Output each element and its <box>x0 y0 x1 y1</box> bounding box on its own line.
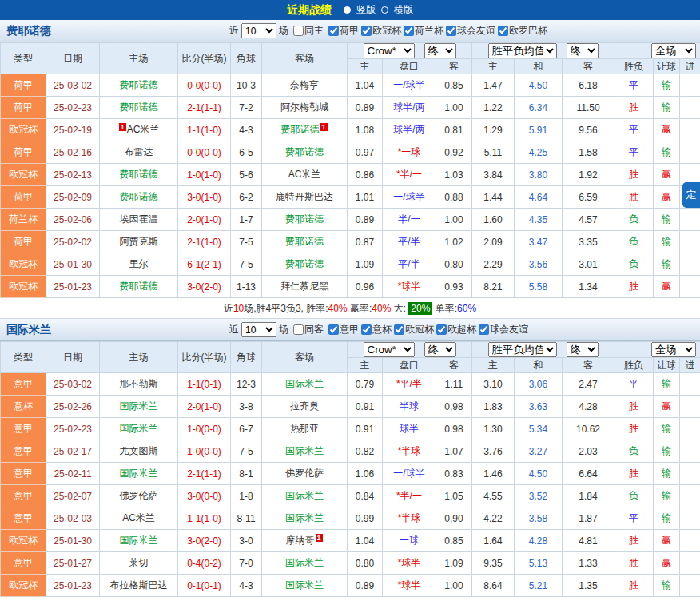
league-filter[interactable]: 欧超杯 <box>436 323 476 336</box>
recent-count-select[interactable]: 10 <box>241 23 276 38</box>
league-filter[interactable]: 意杯 <box>361 323 392 336</box>
score-cell[interactable]: 3-0(2-0) <box>178 276 231 298</box>
away-team-name[interactable]: 阿尔梅勒城 <box>280 101 328 113</box>
away-team-name[interactable]: 热那亚 <box>290 423 319 434</box>
home-team-name[interactable]: 国际米兰 <box>120 535 158 546</box>
away-team-name[interactable]: 国际米兰 <box>285 490 324 501</box>
away-team-name[interactable]: 国际米兰 <box>285 557 324 568</box>
score-cell[interactable]: 0-1(0-1) <box>178 575 231 597</box>
score-cell[interactable]: 1-1(1-0) <box>178 507 231 530</box>
league-checkbox[interactable] <box>498 26 508 36</box>
away-team-name[interactable]: 国际米兰 <box>285 512 324 523</box>
score-cell[interactable]: 1-1(0-1) <box>178 373 231 396</box>
away-team-name[interactable]: 鹿特丹斯巴达 <box>276 191 333 202</box>
league-checkbox[interactable] <box>328 26 339 36</box>
league-checkbox[interactable] <box>394 324 404 335</box>
score-cell[interactable]: 1-0(0-0) <box>178 440 231 463</box>
home-team-name[interactable]: AC米兰 <box>127 124 160 135</box>
score-cell[interactable]: 2-1(1-1) <box>178 97 231 119</box>
home-team-name[interactable]: 费耶诺德 <box>120 101 158 113</box>
handicap-final-select[interactable]: 终 <box>424 342 456 357</box>
home-team-name[interactable]: 尤文图斯 <box>120 445 158 456</box>
home-team-name[interactable]: 费耶诺德 <box>120 281 158 292</box>
away-team-name[interactable]: 拜仁慕尼黑 <box>280 281 328 292</box>
score-cell[interactable]: 1-1(1-0) <box>178 119 231 141</box>
away-team-name[interactable]: 费耶诺德 <box>281 124 320 135</box>
layout-vertical-radio[interactable] <box>344 6 351 14</box>
wdl-final-select[interactable]: 终 <box>567 342 599 357</box>
away-team-name[interactable]: 费耶诺德 <box>285 213 324 225</box>
wdl-average-select[interactable]: 胜平负均值 <box>488 342 557 357</box>
recent-count-select[interactable]: 10 <box>241 322 276 337</box>
away-team-name[interactable]: 费耶诺德 <box>285 146 324 157</box>
home-team-name[interactable]: 费耶诺德 <box>120 79 158 90</box>
layout-horizontal-radio[interactable] <box>381 6 388 14</box>
odds-company-select[interactable]: Crow* <box>364 43 415 58</box>
pin-side-tab[interactable]: 定 <box>682 182 700 208</box>
away-team-name[interactable]: 国际米兰 <box>285 579 324 591</box>
league-checkbox[interactable] <box>361 324 372 335</box>
home-team-name[interactable]: 国际米兰 <box>120 468 158 479</box>
wdl-average-select[interactable]: 胜平负均值 <box>488 43 557 58</box>
score-cell[interactable]: 0-0(0-0) <box>178 141 231 164</box>
league-checkbox[interactable] <box>479 324 489 335</box>
league-filter[interactable]: 荷兰杯 <box>404 24 443 38</box>
score-cell[interactable]: 0-4(0-2) <box>178 552 231 575</box>
away-team-name[interactable]: 费耶诺德 <box>285 258 324 269</box>
layout-horizontal-label[interactable]: 横版 <box>394 3 413 17</box>
league-filter[interactable]: 球会友谊 <box>446 24 495 38</box>
same-venue-filter[interactable]: 同主 <box>293 24 324 38</box>
full-match-select[interactable]: 全场 <box>651 43 696 58</box>
league-filter[interactable]: 荷甲 <box>328 24 359 38</box>
away-team-name[interactable]: 摩纳哥 <box>286 535 315 546</box>
score-cell[interactable]: 2-0(1-0) <box>178 209 231 231</box>
odds-company-select[interactable]: Crow* <box>364 342 415 357</box>
wdl-final-select[interactable]: 终 <box>567 43 599 58</box>
home-team-name[interactable]: 那不勒斯 <box>120 378 158 389</box>
home-team-name[interactable]: 费耶诺德 <box>120 191 158 202</box>
score-cell[interactable]: 3-0(1-0) <box>178 186 231 209</box>
league-checkbox[interactable] <box>446 26 456 36</box>
home-team-name[interactable]: AC米兰 <box>122 512 155 523</box>
score-cell[interactable]: 0-0(0-0) <box>178 74 231 97</box>
home-team-name[interactable]: 国际米兰 <box>120 423 158 434</box>
league-checkbox[interactable] <box>328 324 339 335</box>
score-cell[interactable]: 1-0(0-0) <box>178 418 231 440</box>
away-team-name[interactable]: 奈梅亨 <box>290 79 319 90</box>
league-filter[interactable]: 欧冠杯 <box>361 24 401 38</box>
away-team-name[interactable]: 国际米兰 <box>285 378 324 389</box>
home-team-name[interactable]: 国际米兰 <box>120 400 158 412</box>
league-filter[interactable]: 球会友谊 <box>479 323 528 336</box>
home-team-name[interactable]: 莱切 <box>129 557 149 568</box>
home-team-name[interactable]: 里尔 <box>129 258 149 269</box>
league-filter[interactable]: 欧冠杯 <box>394 323 434 336</box>
same-venue-filter[interactable]: 同客 <box>293 323 324 336</box>
score-cell[interactable]: 3-0(0-0) <box>178 485 231 507</box>
home-team-name[interactable]: 费耶诺德 <box>120 169 158 180</box>
home-team-name[interactable]: 阿贾克斯 <box>120 236 158 247</box>
league-checkbox[interactable] <box>436 324 447 335</box>
score-cell[interactable]: 3-0(2-0) <box>178 530 231 552</box>
away-team-name[interactable]: 国际米兰 <box>285 445 324 456</box>
league-checkbox[interactable] <box>361 26 372 36</box>
score-cell[interactable]: 2-0(1-0) <box>178 396 231 418</box>
score-cell[interactable]: 2-1(1-0) <box>178 231 231 253</box>
away-team-name[interactable]: 费耶诺德 <box>285 236 324 247</box>
same-venue-checkbox[interactable] <box>293 26 304 36</box>
home-team-name[interactable]: 佛罗伦萨 <box>120 490 158 501</box>
home-team-name[interactable]: 布拉格斯巴达 <box>110 579 168 591</box>
home-team-name[interactable]: 布雷达 <box>125 146 153 157</box>
handicap-final-select[interactable]: 终 <box>424 43 456 58</box>
full-match-select[interactable]: 全场 <box>651 342 696 357</box>
away-team-name[interactable]: AC米兰 <box>288 169 321 180</box>
score-cell[interactable]: 1-0(1-0) <box>178 164 231 186</box>
league-checkbox[interactable] <box>404 26 414 36</box>
same-venue-checkbox[interactable] <box>293 324 304 335</box>
score-cell[interactable]: 2-1(1-1) <box>178 463 231 485</box>
home-team-name[interactable]: 埃因霍温 <box>120 213 158 225</box>
away-team-name[interactable]: 拉齐奥 <box>290 400 319 412</box>
layout-vertical-label[interactable]: 竖版 <box>356 3 376 17</box>
away-team-name[interactable]: 佛罗伦萨 <box>285 468 324 479</box>
league-filter[interactable]: 欧罗巴杯 <box>498 24 547 38</box>
league-filter[interactable]: 意甲 <box>328 323 359 336</box>
